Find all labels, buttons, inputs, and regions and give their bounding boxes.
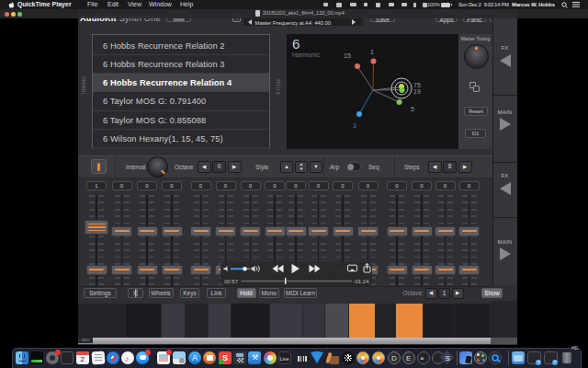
svg-text:75: 75 [413,82,421,88]
svg-text:5: 5 [411,106,414,112]
svg-text:3: 3 [353,122,356,129]
svg-text:-01:24: -01:24 [353,278,369,283]
svg-text:1: 1 [370,49,374,55]
svg-text:19: 19 [413,88,421,95]
svg-text:00:57: 00:57 [224,278,239,283]
svg-text:15: 15 [344,52,351,59]
